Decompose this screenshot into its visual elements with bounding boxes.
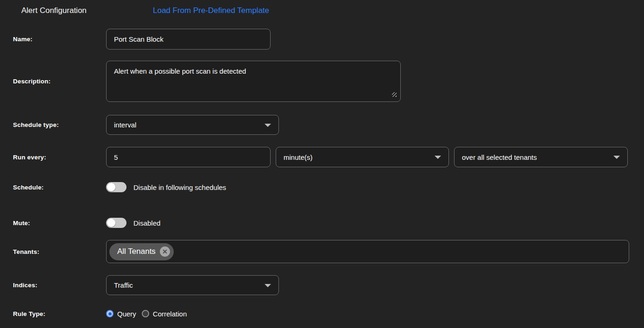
close-icon[interactable]: ✕: [160, 246, 170, 257]
tenants-input[interactable]: All Tenants ✕: [106, 240, 629, 263]
alert-configuration-page: Alert Configuration Load From Pre-Define…: [0, 0, 644, 328]
schedule-toggle-label: Disable in following schedules: [133, 183, 226, 191]
header: Alert Configuration Load From Pre-Define…: [0, 0, 644, 21]
radio-selected-icon[interactable]: [106, 310, 114, 317]
tenants-label: Tenants:: [13, 248, 39, 255]
description-textarea[interactable]: Alert when a possible port scan is detec…: [106, 61, 401, 102]
chevron-down-icon: [265, 124, 271, 127]
chevron-down-icon: [435, 156, 441, 159]
run-every-row: Run every: minute(s) over all selected t…: [0, 147, 644, 167]
rule-type-radio-group: Query Correlation: [106, 310, 192, 318]
indices-value: Traffic: [114, 281, 133, 289]
toggle-knob: [107, 183, 115, 191]
radio-option-correlation[interactable]: Correlation: [142, 310, 187, 318]
indices-row: Indices: Traffic: [0, 275, 644, 295]
page-title: Alert Configuration: [21, 6, 87, 15]
indices-select[interactable]: Traffic: [106, 275, 279, 295]
run-every-input[interactable]: [106, 147, 271, 167]
radio-label: Query: [117, 310, 136, 318]
name-label: Name:: [13, 36, 32, 43]
run-every-scope-select[interactable]: over all selected tenants: [454, 147, 628, 167]
schedule-label: Schedule:: [13, 184, 44, 191]
schedule-type-select[interactable]: interval: [106, 115, 279, 135]
run-every-label: Run every:: [13, 154, 46, 161]
schedule-row: Schedule: Disable in following schedules: [0, 182, 644, 193]
radio-unselected-icon[interactable]: [142, 310, 149, 317]
schedule-toggle[interactable]: [106, 182, 126, 192]
rule-type-label: Rule Type:: [13, 310, 45, 317]
mute-row: Mute: Disabled: [0, 217, 644, 228]
mute-toggle[interactable]: [106, 218, 126, 228]
run-every-scope-value: over all selected tenants: [462, 153, 537, 161]
description-label: Description:: [13, 78, 51, 85]
rule-type-row: Rule Type: Query Correlation: [0, 307, 644, 321]
load-template-link[interactable]: Load From Pre-Defined Template: [153, 6, 269, 15]
run-every-unit-select[interactable]: minute(s): [276, 147, 449, 167]
radio-label: Correlation: [153, 310, 187, 318]
mute-toggle-label: Disabled: [133, 219, 160, 227]
schedule-type-row: Schedule type: interval: [0, 115, 644, 135]
schedule-type-label: Schedule type:: [13, 121, 59, 128]
toggle-knob: [107, 219, 115, 227]
schedule-type-value: interval: [114, 121, 136, 129]
radio-option-query[interactable]: Query: [106, 310, 136, 318]
tenants-row: Tenants: All Tenants ✕: [0, 240, 644, 263]
run-every-unit-value: minute(s): [284, 153, 313, 161]
mute-label: Mute:: [13, 220, 30, 227]
indices-label: Indices:: [13, 282, 38, 289]
description-row: Description: Alert when a possible port …: [0, 61, 644, 102]
chevron-down-icon: [265, 284, 271, 287]
chevron-down-icon: [613, 156, 620, 159]
name-row: Name:: [0, 29, 644, 50]
tenant-chip: All Tenants ✕: [109, 243, 174, 260]
tenant-chip-text: All Tenants: [117, 247, 156, 256]
name-input[interactable]: [106, 29, 271, 50]
